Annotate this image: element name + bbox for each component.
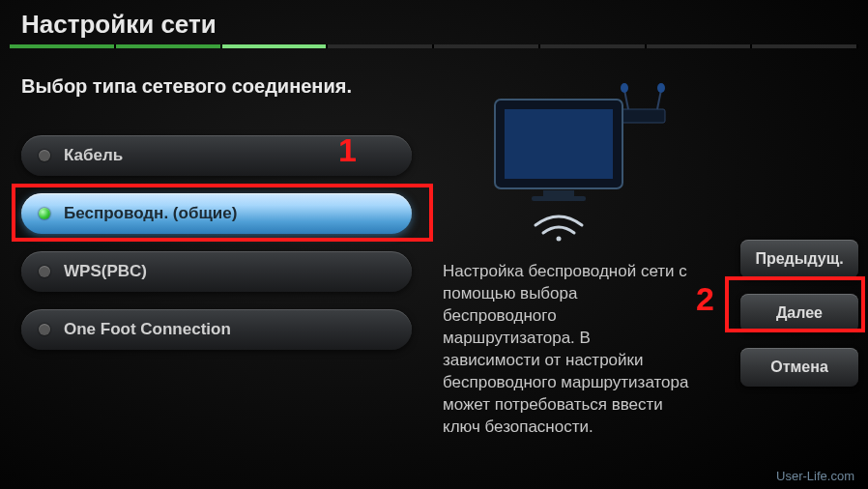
- button-label: Предыдущ.: [755, 250, 843, 268]
- progress-seg: [434, 44, 540, 48]
- wifi-icon: [535, 216, 582, 242]
- button-label: Далее: [776, 304, 823, 322]
- svg-line-1: [624, 90, 628, 109]
- progress-seg: [328, 44, 434, 48]
- next-button[interactable]: Далее: [740, 294, 858, 332]
- option-label: Кабель: [64, 146, 123, 165]
- radio-dot-icon: [39, 324, 50, 335]
- option-wireless-general[interactable]: Беспроводн. (общие): [21, 193, 412, 234]
- progress-bar: [10, 44, 858, 48]
- svg-point-4: [657, 83, 665, 93]
- option-label: WPS(PBC): [64, 262, 147, 281]
- page-title: Настройки сети: [21, 10, 217, 40]
- progress-seg: [116, 44, 222, 48]
- progress-seg: [222, 44, 329, 48]
- svg-rect-0: [621, 109, 665, 123]
- svg-rect-8: [532, 196, 586, 201]
- wireless-illustration: [468, 82, 680, 242]
- svg-rect-7: [543, 190, 574, 196]
- svg-line-2: [657, 90, 661, 109]
- description-text: Настройка беспроводной сети с помощью вы…: [443, 261, 690, 439]
- progress-seg: [540, 44, 647, 48]
- cancel-button[interactable]: Отмена: [740, 348, 858, 387]
- section-subtitle: Выбор типа сетевого соединения.: [21, 75, 352, 98]
- prev-button[interactable]: Предыдущ.: [740, 240, 858, 278]
- option-label: Беспроводн. (общие): [64, 204, 237, 223]
- watermark: User-Life.com: [776, 469, 854, 483]
- progress-seg: [752, 44, 858, 48]
- annotation-number-1: 1: [338, 131, 357, 169]
- option-wps-pbc[interactable]: WPS(PBC): [21, 251, 412, 292]
- option-one-foot[interactable]: One Foot Connection: [21, 309, 412, 350]
- svg-rect-6: [505, 109, 613, 179]
- button-label: Отмена: [770, 359, 828, 376]
- progress-seg: [647, 44, 753, 48]
- svg-point-9: [557, 237, 562, 242]
- connection-type-list: Кабель Беспроводн. (общие) WPS(PBC) One …: [21, 135, 412, 367]
- radio-dot-icon: [39, 266, 50, 277]
- button-column: Предыдущ. Далее Отмена: [740, 240, 858, 402]
- radio-dot-icon: [39, 150, 50, 161]
- progress-seg: [10, 44, 116, 48]
- option-label: One Foot Connection: [64, 320, 231, 339]
- svg-point-3: [621, 83, 628, 93]
- annotation-number-2: 2: [696, 280, 714, 318]
- radio-dot-icon: [39, 208, 50, 219]
